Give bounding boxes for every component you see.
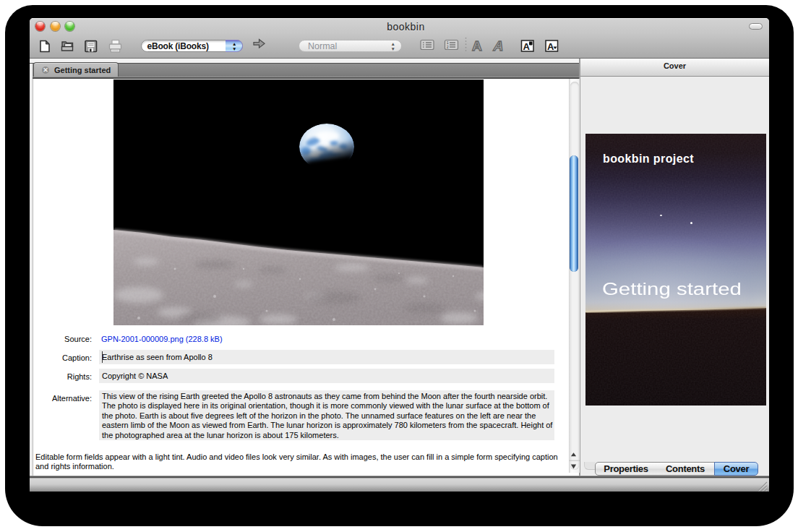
- svg-text:A: A: [472, 38, 482, 53]
- svg-text:A: A: [547, 41, 554, 52]
- svg-text:A: A: [492, 38, 506, 53]
